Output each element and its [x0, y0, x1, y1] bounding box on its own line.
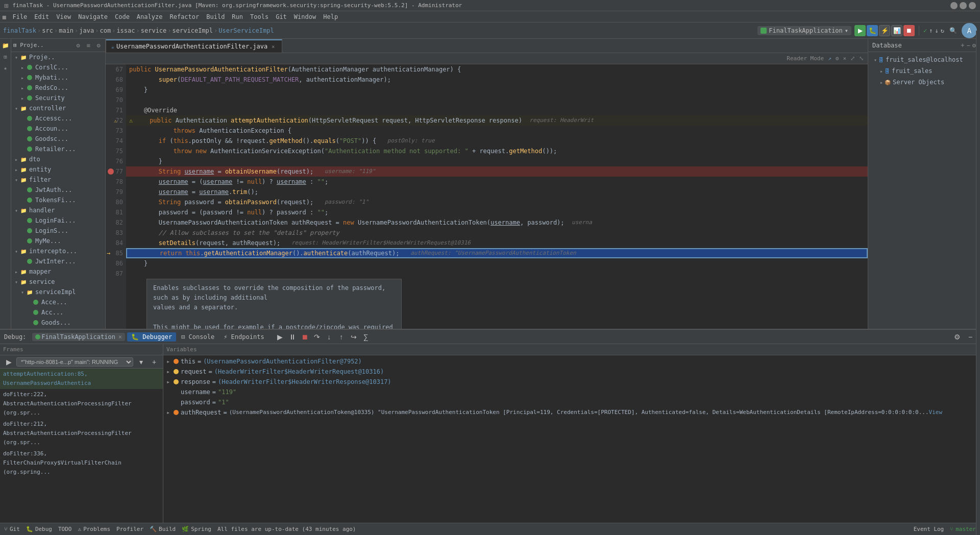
status-todo-item[interactable]: TODO — [58, 526, 72, 532]
var-expand-this[interactable]: ▸ — [166, 357, 174, 366]
frame-item-2[interactable]: doFilter:212, AbstractAuthenticationProc… — [0, 419, 163, 448]
tree-item-project[interactable]: ▾ 📁 Proje.. — [11, 52, 105, 62]
tree-item-loginfai[interactable]: LoginFai... — [11, 215, 105, 226]
breadcrumb-main[interactable]: main — [59, 27, 74, 34]
minimize-btn[interactable] — [950, 2, 958, 9]
code-area[interactable]: 67 68 69 70 71 72 73 74 75 76 77 78 79 8… — [106, 64, 868, 329]
debug-step-over-btn[interactable]: ↷ — [311, 331, 323, 343]
project-view-btn[interactable]: 📁 — [1, 41, 10, 50]
breadcrumb-issac[interactable]: issac — [116, 27, 135, 34]
status-profiler-item[interactable]: Profiler — [116, 526, 143, 532]
tree-item-controller[interactable]: ▾ 📁 controller — [11, 103, 105, 113]
run-button[interactable]: ▶ — [854, 25, 866, 36]
menu-git[interactable]: Git — [273, 12, 290, 21]
tree-item-handler[interactable]: ▾ 📁 handler — [11, 205, 105, 215]
tree-item-dto[interactable]: ▸ 📁 dto — [11, 154, 105, 164]
tree-item-entity[interactable]: ▸ 📁 entity — [11, 164, 105, 175]
menu-edit[interactable]: Edit — [31, 12, 52, 21]
breadcrumb-serviceimpl[interactable]: serviceImpl — [173, 27, 213, 34]
debug-tab-endpoints[interactable]: ⚡ Endpoints — [219, 332, 268, 342]
tree-item-redsco[interactable]: ▸ RedsCo... — [11, 83, 105, 93]
gutter-77[interactable]: 77 — [106, 166, 126, 177]
run-config-selector[interactable]: FinalTaskApplication ▾ — [757, 26, 851, 35]
frame-item-0[interactable]: attemptAuthentication:85, UsernamePasswo… — [0, 369, 163, 389]
menu-help[interactable]: Help — [320, 12, 341, 21]
breadcrumb-java[interactable]: java — [79, 27, 94, 34]
status-problems-item[interactable]: ⚠ Problems — [78, 526, 111, 532]
tree-item-goodsc[interactable]: Goodsc... — [11, 134, 105, 144]
collapse-btn[interactable]: ⤡ — [859, 55, 864, 62]
structure-btn[interactable]: ⊞ — [1, 52, 10, 61]
tab-close-btn[interactable]: × — [270, 43, 277, 50]
debug-step-into-btn[interactable]: ↓ — [324, 331, 335, 343]
status-event-log[interactable]: Event Log — [914, 526, 944, 532]
menu-view[interactable]: View — [53, 12, 74, 21]
var-view-link[interactable]: View — [929, 408, 943, 417]
thread-dropdown[interactable]: *"http-nio-8081-e...p" main": RUNNING — [16, 357, 133, 367]
db-minus-btn[interactable]: − — [967, 42, 970, 49]
menu-analyze[interactable]: Analyze — [134, 12, 166, 21]
debug-eval-btn[interactable]: ∑ — [360, 331, 372, 343]
menu-build[interactable]: Build — [203, 12, 228, 21]
menu-tools[interactable]: Tools — [247, 12, 272, 21]
git-update-button[interactable]: ↻ — [941, 27, 944, 34]
debug-pause-btn[interactable]: ⏸ — [287, 331, 298, 343]
debug-tab-console[interactable]: ⊡ Console — [177, 332, 218, 342]
thread-filter-btn[interactable]: ▾ — [135, 356, 146, 368]
debug-stop-btn[interactable]: ⏹ — [299, 331, 310, 343]
debug-step-out-btn[interactable]: ↑ — [336, 331, 347, 343]
breadcrumb-file[interactable]: UserServiceImpl — [218, 27, 274, 34]
var-expand-response[interactable]: ▸ — [166, 377, 174, 386]
debug-settings-btn[interactable]: ⚙ — [951, 331, 963, 343]
db-item-server-objects[interactable]: ▸ 📦 Server Objects — [868, 77, 980, 88]
expand-btn[interactable]: ⤢ — [850, 55, 855, 62]
tree-item-jwtinter[interactable]: JwtInter... — [11, 256, 105, 266]
var-expand-authrequest[interactable]: ▸ — [166, 408, 174, 417]
favorites-btn[interactable]: ★ — [1, 63, 10, 72]
status-branch[interactable]: ⑂ master — [950, 526, 976, 532]
breadcrumb-project[interactable]: finalTask — [3, 27, 36, 34]
status-git-item[interactable]: ⑂ Git — [4, 526, 20, 532]
breadcrumb-src[interactable]: src — [42, 27, 53, 34]
menu-navigate[interactable]: Navigate — [75, 12, 111, 21]
breadcrumb-service[interactable]: service — [141, 27, 167, 34]
db-settings-btn[interactable]: ⚙ — [972, 42, 976, 49]
tree-item-corslc[interactable]: ▸ CorslC... — [11, 62, 105, 72]
status-debug-item[interactable]: 🐛 Debug — [26, 526, 52, 532]
reader-mode-toggle[interactable]: ↗ — [828, 55, 831, 62]
sidebar-collapse-btn[interactable]: ≡ — [84, 41, 93, 50]
status-spring-item[interactable]: 🌿 Spring — [182, 526, 211, 532]
debug-hide-btn[interactable]: − — [965, 331, 976, 343]
tree-item-goods2[interactable]: Goods... — [11, 318, 105, 328]
tab-main-file[interactable]: ☕ UsernamePasswordAuthenticationFilter.j… — [106, 39, 282, 53]
menu-window[interactable]: Window — [291, 12, 319, 21]
status-build-item[interactable]: 🔨 Build — [150, 526, 176, 532]
debug-tab-debugger[interactable]: 🐛 Debugger — [127, 332, 176, 342]
tree-item-mybati[interactable]: ▸ Mybati... — [11, 72, 105, 83]
maximize-btn[interactable] — [960, 2, 967, 9]
tree-item-security[interactable]: ▸ Security — [11, 93, 105, 103]
menu-run[interactable]: Run — [229, 12, 246, 21]
tree-item-retailer[interactable]: Retailer... — [11, 144, 105, 154]
coverage-button[interactable]: ⚡ — [879, 25, 890, 36]
tree-item-service[interactable]: ▾ 📁 service — [11, 277, 105, 287]
search-button[interactable]: 🔍 — [947, 25, 959, 36]
tree-item-jwtauth[interactable]: JwtAuth... — [11, 185, 105, 195]
debug-run-to-cursor-btn[interactable]: ↪ — [348, 331, 359, 343]
tree-item-logins[interactable]: LoginS... — [11, 226, 105, 236]
tree-item-acc2[interactable]: Acc... — [11, 307, 105, 318]
tree-item-accessc[interactable]: Accessc... — [11, 113, 105, 124]
breadcrumb-com[interactable]: com — [100, 27, 111, 34]
tree-item-myme[interactable]: MyMe... — [11, 236, 105, 246]
thread-add-btn[interactable]: + — [149, 356, 160, 368]
gutter-85[interactable]: 85 — [106, 248, 126, 258]
tree-item-tokensfi[interactable]: TokensFi... — [11, 195, 105, 205]
tree-item-acce2[interactable]: Acce... — [11, 297, 105, 307]
breadcrumb-icon[interactable]: ⚙ — [836, 55, 839, 62]
tree-item-accoun[interactable]: Accoun... — [11, 124, 105, 134]
tree-item-filter[interactable]: ▾ 📁 filter — [11, 175, 105, 185]
sidebar-options-btn[interactable]: ⚙ — [74, 41, 83, 50]
menu-code[interactable]: Code — [112, 12, 133, 21]
menu-refactor[interactable]: Refactor — [166, 12, 202, 21]
debug-resume-btn[interactable]: ▶ — [275, 331, 286, 343]
